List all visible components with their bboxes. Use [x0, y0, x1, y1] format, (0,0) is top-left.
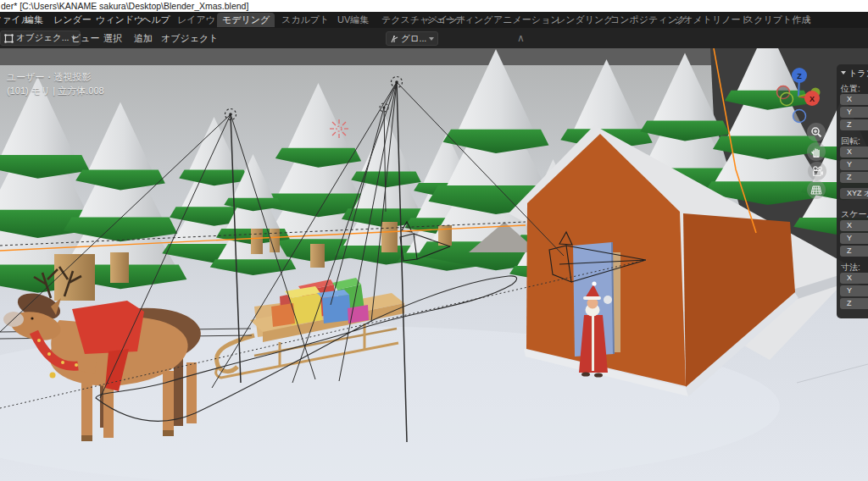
mode-selector[interactable]: オブジェク...: [0, 30, 81, 46]
menu-select[interactable]: 選択: [103, 28, 122, 48]
transform-panel: トラン 位置: X Y Z 回転: X Y Z XYZ オ スケール X Y Z…: [837, 64, 868, 318]
svg-text:Z: Z: [797, 72, 802, 80]
menu-edit[interactable]: 編集: [25, 12, 43, 28]
viewport-3d[interactable]: ユーザー・透視投影 (101) モリ | 立方体.008 Z X トラン 位置:…: [0, 48, 868, 481]
grid-icon: [810, 185, 822, 196]
active-object-name: (101) モリ | 立方体.008: [7, 84, 104, 97]
panel-header[interactable]: トラン: [841, 68, 868, 80]
svg-text:X: X: [810, 95, 815, 103]
camera-icon: [811, 166, 824, 177]
rotation-z-field[interactable]: Z: [840, 172, 868, 183]
view-name: ユーザー・透視投影: [7, 70, 104, 84]
tab-uvedit[interactable]: UV編集: [332, 13, 374, 27]
falloff-curve-icon[interactable]: ∧: [517, 28, 525, 48]
viewport-header: オブジェク... ビュー 選択 追加 オブジェクト グロ... ∧: [0, 28, 868, 48]
saddle-blanket: [72, 301, 144, 354]
rotation-y-field[interactable]: Y: [840, 159, 868, 170]
rotation-mode-dropdown[interactable]: XYZ オ: [840, 188, 868, 199]
menu-view[interactable]: ビュー: [71, 28, 100, 48]
present-yellow: [290, 293, 322, 325]
ornament-ball: [604, 296, 612, 304]
axis-z-negative[interactable]: [793, 110, 806, 123]
pan-button[interactable]: [807, 142, 826, 161]
zoom-button[interactable]: [807, 123, 826, 141]
scale-z-field[interactable]: Z: [840, 246, 868, 257]
window-title: der* [C:\Users\KANAME sakura\Desktop\Ble…: [1, 0, 248, 12]
tab-add-workspace[interactable]: +: [800, 13, 815, 27]
tab-sculpt[interactable]: スカルプト: [276, 13, 334, 27]
orientation-selector[interactable]: グロ...: [386, 31, 438, 46]
tab-shading[interactable]: シェーディング: [421, 13, 498, 27]
hand-icon: [810, 146, 822, 158]
location-y-field[interactable]: Y: [840, 107, 868, 118]
menu-help[interactable]: ヘルプ: [142, 12, 170, 28]
menu-object[interactable]: オブジェクト: [161, 28, 219, 48]
axis-y-negative[interactable]: [781, 93, 793, 106]
object-mode-icon: [4, 34, 14, 43]
dimensions-x-field[interactable]: X: [840, 273, 868, 284]
present-blue: [322, 295, 351, 323]
menu-window[interactable]: ウィンドウ: [96, 12, 143, 28]
viewport-overlay-text: ユーザー・透視投影 (101) モリ | 立方体.008: [7, 70, 104, 97]
collapse-caret: [841, 71, 846, 75]
bell: [50, 373, 56, 379]
dimensions-z-field[interactable]: Z: [840, 298, 868, 309]
orthographic-toggle-button[interactable]: [807, 180, 826, 199]
dimensions-y-field[interactable]: Y: [840, 285, 868, 296]
scene-canvas[interactable]: [0, 48, 868, 481]
magnifier-plus-icon: [810, 126, 822, 138]
orientation-axes-icon: [390, 35, 398, 43]
tab-modeling[interactable]: モデリング: [217, 13, 275, 27]
location-x-field[interactable]: X: [840, 94, 868, 105]
scale-x-field[interactable]: X: [840, 220, 868, 231]
rotation-x-field[interactable]: X: [840, 147, 868, 158]
top-menubar: ファイル 編集 レンダー ウィンドウ ヘルプ レイアウト モデリング スカルプト…: [0, 12, 868, 28]
location-label: 位置:: [841, 83, 860, 95]
location-z-field[interactable]: Z: [840, 119, 868, 130]
dimensions-label: 寸法:: [841, 262, 860, 274]
menu-add[interactable]: 追加: [134, 28, 153, 48]
rotation-label: 回転:: [841, 135, 860, 147]
navigation-gizmo[interactable]: Z X: [763, 59, 835, 131]
menu-render[interactable]: レンダー: [53, 12, 92, 28]
window-titlebar: der* [C:\Users\KANAME sakura\Desktop\Ble…: [0, 0, 868, 12]
present-orange: [271, 303, 295, 327]
camera-view-button[interactable]: [808, 162, 826, 180]
dropdown-caret: [429, 37, 434, 41]
scale-label: スケール: [841, 208, 868, 220]
scale-y-field[interactable]: Y: [840, 233, 868, 244]
